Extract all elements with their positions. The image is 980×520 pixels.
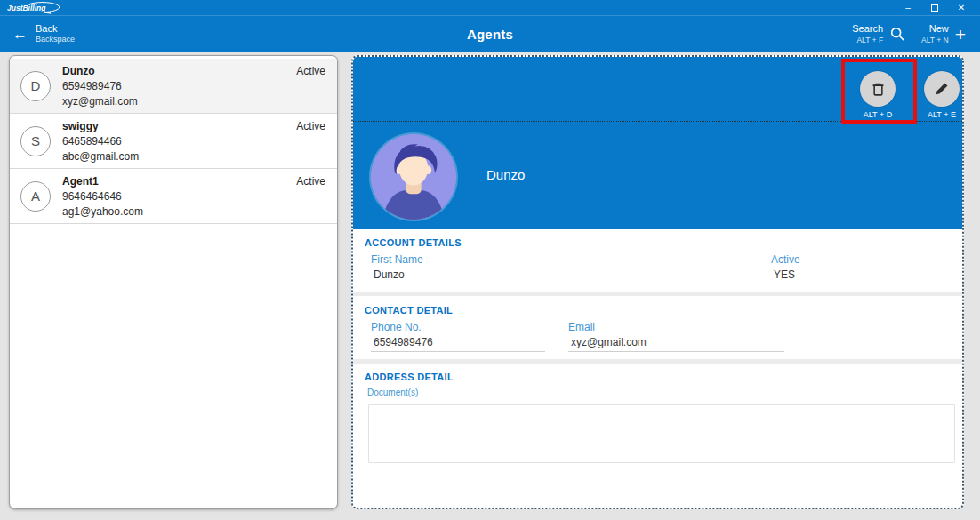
- agent-profile-avatar: [371, 134, 456, 220]
- detail-agent-name: Dunzo: [486, 167, 525, 182]
- active-value[interactable]: YES: [771, 268, 957, 284]
- section-title-account: ACCOUNT DETAILS: [365, 237, 462, 248]
- section-title-address: ADDRESS DETAIL: [365, 372, 454, 382]
- agent-phone: 9646464646: [62, 190, 143, 203]
- minimize-icon[interactable]: –: [895, 0, 921, 16]
- close-icon[interactable]: ✕: [948, 0, 975, 16]
- section-divider: [353, 292, 962, 296]
- agent-initial-avatar: A: [20, 181, 51, 212]
- section-title-contact: CONTACT DETAIL: [365, 305, 453, 316]
- delete-button[interactable]: [860, 71, 896, 107]
- agent-list-panel: D Dunzo 6594989476 xyz@gmail.com Active …: [9, 55, 338, 509]
- page-title: Agents: [196, 27, 784, 42]
- app-logo: JustBilling: [0, 1, 67, 15]
- edit-shortcut: ALT + E: [915, 110, 964, 119]
- agent-detail-panel: ALT + D ALT + E Dunzo ACCOUNT DETAILS: [351, 55, 964, 509]
- email-value[interactable]: xyz@gmail.com: [568, 335, 784, 352]
- plus-icon: +: [955, 25, 966, 44]
- agent-name: Agent1: [62, 175, 143, 188]
- detail-hero-header: ALT + D ALT + E Dunzo: [353, 57, 962, 229]
- app-header: ← Back Backspace Agents Search ALT + F N…: [0, 16, 980, 52]
- back-button[interactable]: ← Back Backspace: [0, 23, 196, 45]
- search-button[interactable]: Search ALT + F: [852, 22, 905, 44]
- new-shortcut: ALT + N: [921, 36, 949, 45]
- header-actions: Search ALT + F New ALT + N +: [784, 22, 980, 44]
- hero-divider: [353, 121, 962, 122]
- agent-list-item-dunzo[interactable]: D Dunzo 6594989476 xyz@gmail.com Active: [10, 59, 337, 114]
- agent-initial-avatar: D: [20, 71, 51, 101]
- agent-name: swiggy: [62, 120, 139, 132]
- agent-list-item-agent1[interactable]: A Agent1 9646464646 ag1@yahoo.com Active: [10, 169, 337, 224]
- agent-phone: 6465894466: [62, 135, 139, 148]
- active-label: Active: [771, 253, 957, 266]
- phone-field[interactable]: Phone No. 6594989476: [371, 321, 545, 352]
- email-label: Email: [568, 321, 784, 333]
- status-badge: Active: [296, 120, 325, 132]
- phone-value[interactable]: 6594989476: [371, 335, 545, 352]
- new-label: New: [929, 22, 949, 35]
- title-bar: JustBilling – ✕: [0, 0, 980, 16]
- back-shortcut: Backspace: [36, 35, 75, 44]
- window-controls: – ✕: [895, 0, 980, 16]
- search-shortcut: ALT + F: [856, 36, 883, 45]
- agent-phone: 6594989476: [62, 80, 138, 92]
- documents-dropzone[interactable]: [368, 404, 955, 463]
- pencil-icon: [934, 81, 950, 97]
- search-icon: [889, 26, 905, 42]
- status-badge: Active: [296, 175, 325, 188]
- back-label: Back: [36, 23, 75, 36]
- status-badge: Active: [296, 65, 325, 77]
- agent-email: xyz@gmail.com: [62, 95, 138, 108]
- first-name-label: First Name: [371, 253, 545, 266]
- phone-label: Phone No.: [371, 321, 545, 333]
- agent-list-item-swiggy[interactable]: S swiggy 6465894466 abc@gmail.com Active: [10, 114, 337, 169]
- agent-initial-avatar: S: [20, 126, 51, 156]
- section-divider: [353, 359, 962, 364]
- edit-button[interactable]: [924, 71, 960, 107]
- delete-shortcut: ALT + D: [851, 110, 904, 119]
- email-field[interactable]: Email xyz@gmail.com: [568, 321, 784, 352]
- svg-text:JustBilling: JustBilling: [7, 4, 46, 12]
- person-illustration-icon: [371, 134, 456, 220]
- justbilling-logo-icon: JustBilling: [4, 1, 67, 15]
- first-name-field[interactable]: First Name Dunzo: [371, 253, 545, 284]
- first-name-value[interactable]: Dunzo: [371, 268, 545, 284]
- detail-body: ACCOUNT DETAILS First Name Dunzo Active …: [353, 229, 962, 509]
- trash-icon: [870, 81, 887, 98]
- active-field[interactable]: Active YES: [771, 253, 957, 284]
- maximize-icon[interactable]: [921, 0, 948, 16]
- search-label: Search: [852, 22, 883, 35]
- list-bottom-divider: [13, 500, 333, 500]
- agent-email: ag1@yahoo.com: [62, 205, 143, 218]
- back-arrow-icon: ←: [12, 27, 28, 42]
- documents-label: Document(s): [367, 388, 418, 397]
- agent-name: Dunzo: [62, 65, 138, 77]
- agent-email: abc@gmail.com: [62, 150, 139, 163]
- new-button[interactable]: New ALT + N +: [921, 22, 966, 44]
